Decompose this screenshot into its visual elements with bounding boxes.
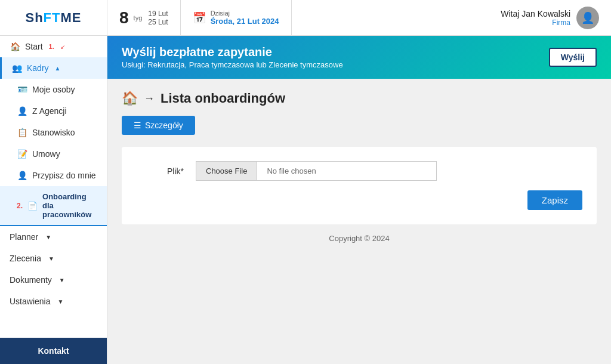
user-area: Witaj Jan Kowalski Firma 👤 bbox=[489, 7, 611, 29]
sidebar-item-umowy[interactable]: 📝 Umowy bbox=[0, 143, 107, 165]
moje-osoby-label: Moje osoby bbox=[32, 85, 75, 94]
date-info: 📅 Dzisiaj Środa, 21 Lut 2024 bbox=[181, 0, 292, 35]
sidebar-item-start[interactable]: 🏠 Start 1. ↙ bbox=[0, 36, 107, 57]
badge-1: 1. bbox=[49, 43, 54, 50]
sidebar-item-dokumenty[interactable]: Dokumenty ▼ bbox=[0, 269, 107, 291]
sidebar-item-moje-osoby[interactable]: 🪪 Moje osoby bbox=[0, 79, 107, 100]
stanowisko-label: Stanowisko bbox=[32, 128, 75, 137]
start-label: Start bbox=[25, 42, 43, 51]
moje-osoby-icon: 🪪 bbox=[17, 85, 27, 94]
user-greeting: Witaj Jan Kowalski Firma bbox=[501, 9, 570, 27]
z-agencji-icon: 👤 bbox=[17, 106, 27, 116]
save-button[interactable]: Zapisz bbox=[527, 190, 582, 210]
ustawienia-arrow: ▼ bbox=[57, 298, 63, 305]
copyright-text: Copyright © 2024 bbox=[329, 234, 389, 243]
onboarding-icon: 📄 bbox=[27, 201, 38, 211]
page-arrow-icon: → bbox=[144, 92, 155, 105]
main-layout: 🏠 Start 1. ↙ 👥 Kadry ▲ 🪪 Moje osoby 👤 Z … bbox=[0, 36, 611, 364]
sidebar: 🏠 Start 1. ↙ 👥 Kadry ▲ 🪪 Moje osoby 👤 Z … bbox=[0, 36, 107, 364]
zlecenia-label: Zlecenia bbox=[10, 254, 41, 263]
file-form-row: Plik* Choose File No file chosen bbox=[136, 161, 582, 181]
week-date-end: 25 Lut bbox=[148, 18, 168, 26]
przypisz-icon: 👤 bbox=[17, 171, 27, 180]
zlecenia-arrow: ▼ bbox=[48, 255, 54, 262]
page-content: 🏠 → Lista onboardingów ☰ Szczegóły Plik*… bbox=[107, 79, 611, 264]
banner-subtitle: Usługi: Rekrutacja, Praca tymczasowa lub… bbox=[122, 60, 343, 69]
kontakt-button[interactable]: Kontakt bbox=[0, 338, 107, 364]
arrow-indicator: ↙ bbox=[60, 44, 65, 50]
file-name-display: No file chosen bbox=[257, 162, 436, 180]
tab-bar: ☰ Szczegóły bbox=[122, 116, 597, 135]
week-label: tyg bbox=[134, 14, 143, 21]
file-input-wrapper: Choose File No file chosen bbox=[196, 161, 437, 181]
page-title-row: 🏠 → Lista onboardingów bbox=[122, 91, 597, 106]
sidebar-item-planner[interactable]: Planner ▼ bbox=[0, 226, 107, 248]
today-label: Dzisiaj bbox=[211, 10, 279, 17]
choose-file-button[interactable]: Choose File bbox=[196, 162, 257, 180]
week-number: 8 bbox=[119, 8, 129, 27]
kontakt-label: Kontakt bbox=[38, 346, 69, 356]
planner-arrow: ▼ bbox=[45, 234, 51, 240]
week-info: 8 tyg 19 Lut 25 Lut bbox=[107, 0, 181, 35]
sidebar-item-stanowisko[interactable]: 📋 Stanowisko bbox=[0, 122, 107, 143]
kadry-icon: 👥 bbox=[11, 63, 22, 73]
file-label: Plik* bbox=[136, 166, 184, 176]
sidebar-item-ustawienia[interactable]: Ustawienia ▼ bbox=[0, 291, 107, 312]
page-title: Lista onboardingów bbox=[161, 91, 285, 106]
przypisz-label: Przypisz do mnie bbox=[32, 171, 96, 180]
umowy-label: Umowy bbox=[32, 149, 60, 159]
banner-title: Wyślij bezpłatne zapytanie bbox=[122, 45, 343, 59]
sidebar-item-zlecenia[interactable]: Zlecenia ▼ bbox=[0, 248, 107, 269]
tab-szczegoly-label: Szczegóły bbox=[145, 121, 183, 130]
z-agencji-label: Z Agencji bbox=[32, 106, 67, 116]
umowy-icon: 📝 bbox=[17, 149, 27, 159]
form-actions: Zapisz bbox=[136, 190, 582, 210]
ustawienia-label: Ustawienia bbox=[10, 297, 50, 306]
footer: Copyright © 2024 bbox=[122, 224, 597, 252]
sidebar-item-onboarding[interactable]: 2. 📄 Onboarding dla pracowników bbox=[0, 186, 107, 226]
form-section: Plik* Choose File No file chosen Zapisz bbox=[122, 147, 597, 224]
user-name: Witaj Jan Kowalski bbox=[501, 9, 570, 18]
sidebar-item-z-agencji[interactable]: 👤 Z Agencji bbox=[0, 100, 107, 122]
planner-label: Planner bbox=[10, 232, 38, 242]
banner-text: Wyślij bezpłatne zapytanie Usługi: Rekru… bbox=[122, 45, 343, 69]
dokumenty-arrow: ▼ bbox=[59, 277, 65, 283]
banner: Wyślij bezpłatne zapytanie Usługi: Rekru… bbox=[107, 36, 611, 79]
kadry-label: Kadry bbox=[27, 63, 49, 73]
onboarding-label: Onboarding dla pracowników bbox=[42, 192, 97, 219]
content: Wyślij bezpłatne zapytanie Usługi: Rekru… bbox=[107, 36, 611, 364]
stanowisko-icon: 📋 bbox=[17, 128, 27, 137]
banner-wyslij-button[interactable]: Wyślij bbox=[549, 48, 597, 67]
home-icon: 🏠 bbox=[10, 42, 20, 51]
tab-szczegoly-icon: ☰ bbox=[134, 121, 141, 130]
today-date: Środa, 21 Lut 2024 bbox=[211, 17, 279, 26]
calendar-icon: 📅 bbox=[193, 11, 206, 24]
avatar: 👤 bbox=[576, 7, 599, 29]
topbar: ShFTME 8 tyg 19 Lut 25 Lut 📅 Dzisiaj Śro… bbox=[0, 0, 611, 36]
sidebar-item-przypisz[interactable]: 👤 Przypisz do mnie bbox=[0, 165, 107, 186]
badge-2: 2. bbox=[17, 202, 23, 210]
week-date-start: 19 Lut bbox=[148, 10, 168, 18]
tab-szczegoly[interactable]: ☰ Szczegóły bbox=[122, 116, 195, 135]
user-company: Firma bbox=[501, 18, 570, 27]
logo: ShFTME bbox=[25, 10, 81, 26]
sidebar-item-kadry[interactable]: 👥 Kadry ▲ bbox=[0, 57, 107, 79]
dokumenty-label: Dokumenty bbox=[10, 275, 52, 285]
logo-area: ShFTME bbox=[0, 0, 107, 35]
kadry-arrow: ▲ bbox=[55, 65, 61, 72]
page-home-icon: 🏠 bbox=[122, 91, 138, 106]
